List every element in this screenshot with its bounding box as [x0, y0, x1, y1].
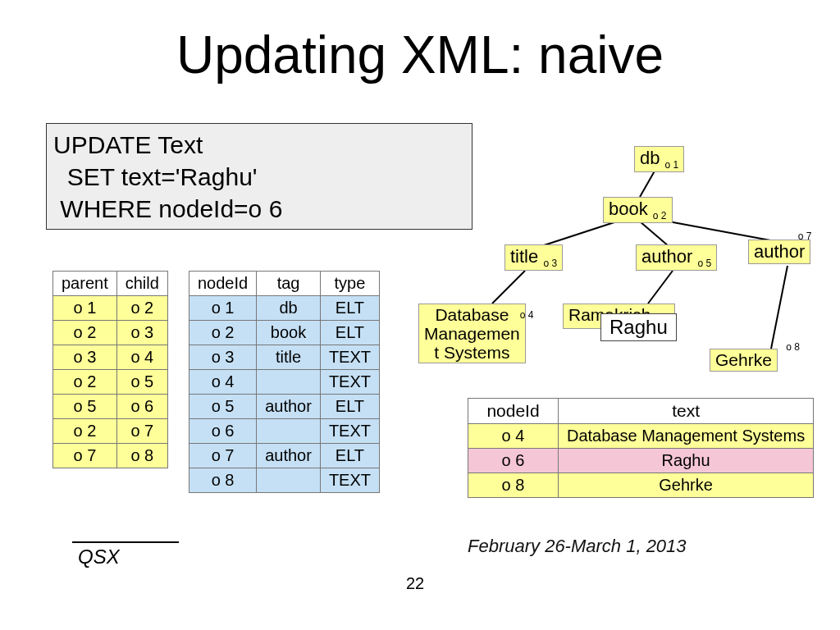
tree-node-db-label: db — [640, 148, 660, 168]
tree-node-title: title o 3 — [504, 244, 563, 271]
tree-leaf-author1-new-label: Raghu — [609, 316, 668, 338]
table-row: o 1o 2 — [53, 296, 168, 321]
sql-update-box: UPDATE Text SET text='Raghu' WHERE nodeI… — [46, 123, 472, 230]
col-tag: tag — [257, 272, 321, 296]
tree-leaf-title-text: Database o 4 Managemen t Systems — [418, 304, 526, 363]
tree-leaf-author2-id: o 8 — [786, 341, 800, 353]
tree-leaf-title-id: o 4 — [520, 310, 534, 321]
col-text: text — [559, 399, 814, 424]
footer-separator — [72, 541, 179, 543]
svg-line-4 — [492, 271, 525, 304]
tree-leaf-author2-text: Gehrke o 8 — [710, 349, 778, 372]
table-row: o 2bookELT — [189, 321, 380, 345]
col-parent: parent — [53, 272, 117, 296]
tree-node-book-label: book — [609, 199, 648, 219]
table-row: o 2o 5 — [53, 370, 168, 395]
table-row: o 8TEXT — [189, 468, 380, 493]
table-text: nodeId text o 4 Database Management Syst… — [468, 398, 814, 498]
page-number: 22 — [406, 574, 424, 593]
tree-node-title-label: title — [510, 246, 538, 267]
col-child: child — [116, 272, 167, 296]
tree-node-db: db o 1 — [634, 146, 684, 172]
table-row: o 2o 7 — [53, 419, 168, 444]
tree-node-author2: author o 7 — [748, 240, 810, 264]
tree-leaf-title-line3: t Systems — [434, 343, 509, 362]
table-row: o 5o 6 — [53, 395, 168, 419]
svg-line-6 — [771, 266, 788, 349]
table-row: parent child — [53, 272, 168, 296]
table-row: nodeId text — [468, 399, 814, 424]
table-row: o 3titleTEXT — [189, 345, 380, 370]
table-row: o 4 Database Management Systems — [468, 424, 814, 449]
tree-node-author1: author o 5 — [636, 244, 717, 271]
table-node-tags: nodeId tag type o 1dbELT o 2bookELT o 3t… — [189, 271, 380, 493]
tree-leaf-author1-new: Raghu — [600, 313, 677, 341]
table-row: o 8 Gehrke — [468, 473, 814, 498]
table-row-highlighted: o 6 Raghu — [468, 449, 814, 473]
sql-line-1: UPDATE Text — [53, 129, 465, 161]
footer-date: February 26-March 1, 2013 — [468, 536, 687, 557]
tree-node-author2-label: author — [754, 241, 805, 262]
svg-line-5 — [648, 271, 673, 304]
table-row: o 2o 3 — [53, 321, 168, 345]
svg-line-2 — [640, 221, 669, 246]
tree-node-db-id: o 1 — [665, 159, 679, 171]
tree-node-title-id: o 3 — [543, 258, 557, 269]
col-nodeid: nodeId — [468, 399, 559, 424]
svg-line-1 — [541, 221, 617, 246]
sql-line-3: WHERE nodeId=o 6 — [53, 193, 465, 225]
sql-line-2: SET text='Raghu' — [53, 161, 465, 193]
tree-node-book: book o 2 — [603, 197, 673, 223]
tree-node-author2-id: o 7 — [798, 231, 812, 242]
tree-node-author1-id: o 5 — [698, 258, 712, 269]
tree-leaf-author2-label: Gehrke — [715, 350, 772, 369]
table-row: o 7authorELT — [189, 444, 380, 468]
table-row: o 6TEXT — [189, 419, 380, 444]
table-row: o 1dbELT — [189, 296, 380, 321]
tree-leaf-title-line2: Managemen — [424, 324, 520, 343]
table-row: o 7o 8 — [53, 444, 168, 468]
col-nodeid: nodeId — [189, 272, 257, 296]
tree-leaf-title-line1: Database — [435, 305, 509, 324]
table-row: o 5authorELT — [189, 395, 380, 419]
slide-title: Updating XML: naive — [0, 0, 840, 85]
tree-node-author1-label: author — [641, 246, 692, 267]
table-parent-child: parent child o 1o 2 o 2o 3 o 3o 4 o 2o 5… — [52, 271, 168, 468]
table-row: o 4TEXT — [189, 370, 380, 395]
col-type: type — [320, 272, 379, 296]
table-row: o 3o 4 — [53, 345, 168, 370]
footer-qsx: QSX — [78, 546, 120, 568]
tree-node-book-id: o 2 — [653, 210, 667, 221]
table-row: nodeId tag type — [189, 272, 380, 296]
